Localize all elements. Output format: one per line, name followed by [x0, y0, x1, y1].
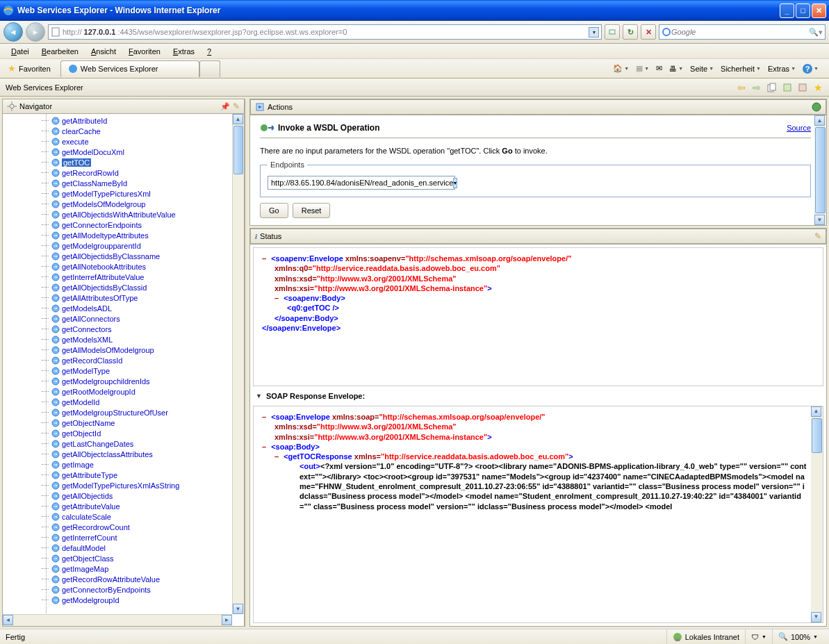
tree-node[interactable]: execute [51, 136, 244, 147]
tree-node[interactable]: getModelsADL [51, 303, 244, 313]
address-bar[interactable]: http://127.0.0.1:4435/wse/wsexplorer/wse… [48, 24, 602, 40]
scroll-thumb[interactable] [812, 418, 822, 453]
security-menu[interactable]: Sicherheit▼ [718, 63, 764, 74]
scroll-down-button[interactable]: ▼ [233, 604, 243, 614]
feeds-button[interactable]: ▦▼ [633, 63, 652, 74]
tree-node[interactable]: getRecordClassId [51, 355, 244, 365]
tree-node[interactable]: getModelgroupchildrenIds [51, 376, 244, 386]
tree-scrollbar-h[interactable]: ◄ ► [3, 614, 232, 626]
source-link[interactable]: Source [787, 124, 811, 132]
scroll-down-button[interactable]: ▼ [814, 215, 825, 225]
nav-back-icon[interactable]: ⇦ [736, 82, 747, 93]
tree-node[interactable]: getAllObjectidsWithAttributeValue [51, 209, 244, 220]
tree-node[interactable]: getRecordRowAttributeValue [51, 574, 244, 584]
extras-menu[interactable]: Extras▼ [765, 63, 798, 74]
menu-help[interactable]: ? [202, 46, 217, 57]
tree-node[interactable]: defaultModel [51, 543, 244, 553]
tree-node[interactable]: getInterrefAttributeValue [51, 272, 244, 282]
tree-node[interactable]: getTOC [51, 157, 244, 167]
tree-node[interactable]: getAttributeType [51, 470, 244, 480]
search-submit-icon[interactable]: 🔍▾ [809, 28, 823, 37]
tree-node[interactable]: getModelType [51, 365, 244, 376]
tree-node[interactable]: getModelTypePicturesXmlAsString [51, 480, 244, 490]
actions-scrollbar[interactable]: ▲ ▼ [814, 115, 826, 225]
menu-favoriten[interactable]: Favoriten [123, 46, 166, 57]
endpoint-select[interactable]: http://83.65.190.84/adonisEN/read_adonis… [268, 176, 455, 190]
scroll-up-button[interactable]: ▲ [811, 406, 821, 417]
menu-extras[interactable]: Extras [167, 46, 200, 57]
tree-node[interactable]: getModelgroupStructureOfUser [51, 407, 244, 418]
tree-node[interactable]: getObjectName [51, 418, 244, 428]
scroll-up-button[interactable]: ▲ [233, 114, 243, 124]
tree-node[interactable]: getObjectId [51, 428, 244, 438]
search-input[interactable] [671, 28, 809, 36]
reset-button[interactable]: Reset [293, 203, 331, 218]
close-button[interactable]: ✕ [812, 3, 826, 18]
tree-node[interactable]: getAllObjectclassAttributes [51, 449, 244, 459]
menu-ansicht[interactable]: Ansicht [85, 46, 122, 57]
tree-node[interactable]: calculateScale [51, 511, 244, 522]
tree-node[interactable]: getInterrefCount [51, 532, 244, 543]
tree-node[interactable]: getAllNotebookAttributes [51, 261, 244, 272]
tree-node[interactable]: getModelsOfModelgroup [51, 199, 244, 209]
tree-node[interactable]: getAllModelsOfModelgroup [51, 345, 244, 355]
tree-node[interactable]: getAllObjectidsByClassid [51, 282, 244, 292]
tree-node[interactable]: getImage [51, 459, 244, 470]
pin-icon[interactable]: 📌 [220, 102, 230, 111]
nav-forward-icon[interactable]: ⇨ [751, 82, 762, 93]
tree-node[interactable]: getConnectorByEndpoints [51, 584, 244, 595]
search-box[interactable]: 🔍▾ [659, 24, 826, 40]
scroll-thumb-v[interactable] [233, 126, 243, 174]
tree-node[interactable]: getModelTypePicturesXml [51, 188, 244, 199]
edit-icon[interactable]: ✎ [233, 101, 240, 111]
tree-node[interactable]: getAllObjectidsByClassname [51, 251, 244, 261]
print-button[interactable]: 🖶▼ [666, 63, 686, 74]
navigator-tree[interactable]: getAttributeIdclearCacheexecutegetModelD… [2, 114, 245, 627]
tree-node[interactable]: getRecordrowCount [51, 522, 244, 532]
scroll-down-button[interactable]: ▼ [811, 612, 821, 622]
pages-icon[interactable] [766, 82, 778, 93]
page-menu[interactable]: Seite▼ [687, 63, 716, 74]
tree-node[interactable]: clearCache [51, 126, 244, 136]
tree-node[interactable]: getRootModelgroupId [51, 386, 244, 397]
stop-button[interactable]: ✕ [641, 24, 656, 40]
scroll-thumb[interactable] [815, 127, 826, 213]
tree-node[interactable]: getAllObjectids [51, 490, 244, 501]
back-button[interactable]: ◄ [3, 22, 23, 42]
tree-node[interactable]: getModelgroupId [51, 595, 244, 605]
address-dropdown[interactable]: ▾ [589, 27, 599, 38]
mail-button[interactable]: ✉ [653, 63, 665, 74]
tree-node[interactable]: getAllConnectors [51, 313, 244, 324]
tree-node[interactable]: getModelgroupparentId [51, 240, 244, 251]
home-button[interactable]: 🏠▼ [610, 63, 632, 74]
tree-node[interactable]: getModelId [51, 397, 244, 407]
go-button[interactable]: Go [260, 203, 288, 218]
new-tab-button[interactable] [199, 60, 220, 77]
tree-node[interactable]: getRecordRowId [51, 167, 244, 178]
tree-node[interactable]: getClassNameById [51, 178, 244, 188]
scroll-left-button[interactable]: ◄ [3, 615, 13, 625]
scroll-up-button[interactable]: ▲ [814, 115, 825, 126]
favorites-star-icon[interactable]: ★ [812, 82, 823, 93]
wsil-icon[interactable] [797, 82, 808, 93]
globe-icon[interactable] [812, 102, 821, 112]
menu-bearbeiten[interactable]: Bearbeiten [36, 46, 84, 57]
tree-node[interactable]: getLastChangeDates [51, 438, 244, 449]
forward-button[interactable]: ► [26, 22, 45, 42]
tree-node[interactable]: getModelsXML [51, 334, 244, 345]
tree-node[interactable]: getAllAttributesOfType [51, 292, 244, 303]
maximize-button[interactable]: □ [796, 3, 810, 18]
uddi-icon[interactable] [782, 82, 793, 93]
favorites-button[interactable]: ★ Favoriten [3, 62, 55, 75]
tree-node[interactable]: getAttributeValue [51, 501, 244, 511]
tree-node[interactable]: getConnectors [51, 324, 244, 334]
tree-node[interactable]: getImageMap [51, 563, 244, 574]
scroll-right-button[interactable]: ► [222, 615, 232, 625]
clear-icon[interactable]: ✎ [814, 231, 821, 241]
response-scrollbar[interactable]: ▲ ▼ [811, 406, 823, 622]
tree-node[interactable]: getModelDocuXml [51, 147, 244, 157]
browser-tab[interactable]: Web Services Explorer [60, 60, 199, 77]
tree-node[interactable]: getAttributeId [51, 115, 244, 126]
tree-node[interactable]: getObjectClass [51, 553, 244, 563]
menu-datei[interactable]: Datei [6, 46, 35, 57]
